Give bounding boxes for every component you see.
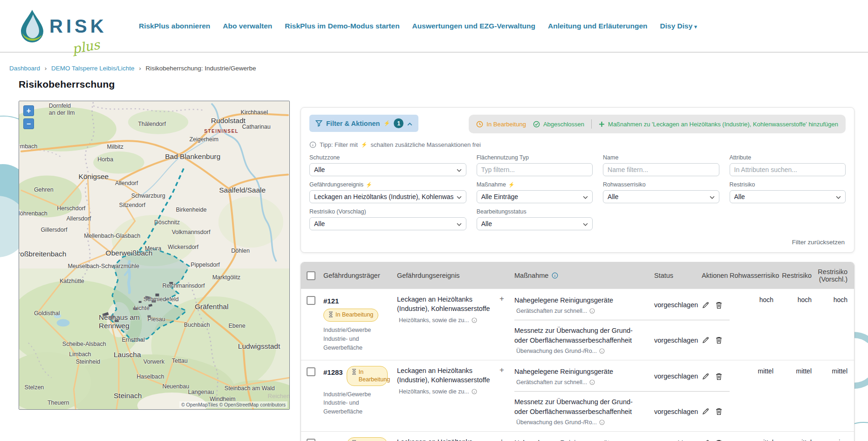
map-attribution[interactable]: © OpenMapTiles © OpenStreetMap contribut… [179, 401, 287, 408]
nav-abo-verwalten[interactable]: Abo verwalten [223, 22, 272, 30]
breadcrumb-dashboard[interactable]: Dashboard [9, 65, 40, 72]
map-place-label: Lichte [134, 305, 150, 312]
map-place-label: Allendorf [115, 180, 138, 187]
expand-plus-icon[interactable]: + [499, 437, 504, 441]
map-zoom-controls: + − [23, 105, 34, 129]
filter-reset-link[interactable]: Filter zurücksetzen [309, 239, 846, 246]
map-place-label: Limbach [69, 351, 91, 358]
row-checkbox[interactable] [307, 296, 315, 305]
restrisiko-value: hoch [776, 295, 814, 360]
filter-field-schutzzone: Schutzzone Alle [309, 154, 466, 176]
map-place-label: Döschnitz [154, 219, 180, 226]
filter-field-rohwasserrisiko: Rohwasserrisiko Alle [603, 181, 719, 203]
restrisiko-vorschlag-select[interactable]: Alle [309, 217, 466, 230]
map-place-label: Schmiedefeld [144, 296, 179, 303]
zoom-in-button[interactable]: + [23, 105, 34, 116]
breadcrumb-talsperre[interactable]: DEMO Talsperre Leibis/Lichte [51, 65, 134, 72]
filter-panel: Filter & Aktionen ⚡ 1 In Bearbeitung [301, 107, 854, 253]
riskplus-logo[interactable]: RISK plus [19, 9, 112, 43]
restrisiko-select[interactable]: Alle [730, 190, 846, 203]
hourglass-icon [328, 311, 333, 319]
name-input[interactable] [603, 163, 719, 176]
map-place-label: Döhlen [231, 248, 250, 255]
info-icon[interactable] [472, 317, 477, 323]
map-place-label: Rudolstadt [211, 117, 246, 125]
flaechennutzung-input[interactable] [477, 163, 593, 176]
add-measure-button[interactable]: Maßnahmen zu 'Leckagen an Heizöltanks (I… [599, 121, 838, 128]
water-drop-icon [19, 9, 46, 43]
delete-icon[interactable] [715, 439, 723, 441]
delete-icon[interactable] [715, 336, 723, 344]
info-icon[interactable] [599, 420, 605, 425]
edit-icon[interactable] [702, 336, 710, 344]
rohwasserrisiko-value: hoch [730, 295, 776, 360]
nav-anleitung[interactable]: Anleitung und Erläuterungen [548, 22, 648, 30]
chevron-down-icon [583, 193, 588, 200]
info-icon[interactable] [589, 308, 595, 314]
expand-plus-icon[interactable]: + [499, 366, 504, 374]
measure-row: Nahegelegene Reinigungsgeräte Gerätschaf… [514, 366, 730, 391]
check-circle-icon [533, 121, 540, 128]
map-place-label: Piesau [148, 316, 165, 323]
map-place-label: Marktgölitz [212, 274, 240, 281]
rohwasserrisiko-select[interactable]: Alle [603, 190, 719, 203]
map-place-label: Dornfeld an der Ilm [49, 103, 75, 117]
zoom-out-button[interactable]: − [23, 118, 34, 129]
map-place-label: Goldisthal [34, 310, 60, 317]
filter-toggle-label: Filter & Aktionen [326, 120, 380, 127]
row-checkbox[interactable] [307, 439, 315, 441]
map-place-label: Königsee [79, 172, 109, 181]
hazard-id: #121 [323, 297, 339, 305]
map-place-label: mbach [20, 143, 38, 150]
nav-auswertungen[interactable]: Auswertungen und EZG-Verwaltung [412, 22, 535, 30]
measure-title: Nahegelegene Reinigungsgeräte [514, 367, 654, 377]
map[interactable]: Dornfeld an der IlmmbachThälendorfKirchh… [19, 101, 290, 410]
col-header-restrisiko: Restrisiko [776, 272, 814, 279]
edit-icon[interactable] [702, 372, 710, 380]
lightning-icon: ⚡ [383, 120, 390, 126]
map-place-label: Horba [97, 156, 113, 163]
measure-title: Nahegelegene Reinigungsgeräte [514, 296, 654, 305]
chevron-down-icon [457, 166, 462, 173]
in-bearbeitung-button[interactable]: In Bearbeitung [476, 121, 526, 128]
nav-user-menu[interactable]: Disy Disy▾ [660, 22, 697, 30]
row-checkbox[interactable] [307, 367, 315, 376]
col-header-ereignis: Gefährdungsereignis [397, 272, 514, 279]
filter-field-attribute: Attribute [730, 154, 846, 176]
bearbeitungsstatus-select[interactable]: Alle [477, 217, 593, 230]
info-icon[interactable] [552, 272, 558, 279]
nav-demo-modus[interactable]: RiskPlus im Demo-Modus starten [285, 22, 399, 30]
attribute-input[interactable] [730, 163, 846, 176]
hazard-category: Industrie/Gewerbe Industrie- und Gewerbe… [323, 390, 397, 416]
hazard-event-cell: Leckagen an Heizöltanks + [397, 437, 514, 441]
lightning-icon: ⚡ [508, 182, 515, 188]
col-header-traeger: Gefährdungsträger [323, 272, 397, 279]
map-place-label: Zeigerheim [189, 136, 219, 143]
map-place-label: Wickersdorf [168, 244, 198, 251]
schutzzone-select[interactable]: Alle [309, 163, 466, 176]
gefaehrdungsereignis-select[interactable]: Leckagen an Heizöltanks (Industrie), Koh… [309, 190, 466, 203]
map-place-label: Buchbach [184, 322, 210, 329]
info-icon[interactable] [589, 379, 595, 385]
abgeschlossen-button[interactable]: Abgeschlossen [533, 121, 584, 128]
map-place-label: Gehren [34, 186, 54, 193]
status-badge: In Bearbeitung [347, 366, 388, 386]
filter-toggle-button[interactable]: Filter & Aktionen ⚡ 1 [309, 115, 418, 132]
info-icon[interactable] [599, 348, 605, 354]
delete-icon[interactable] [715, 407, 723, 415]
nav-riskplus-abonnieren[interactable]: RiskPlus abonnieren [139, 22, 210, 30]
delete-icon[interactable] [715, 372, 723, 380]
info-icon[interactable] [472, 389, 477, 394]
edit-icon[interactable] [702, 407, 710, 415]
map-place-label: Meuselbach-Schwarzmühle [68, 263, 139, 270]
massnahme-select[interactable]: Alle Einträge [477, 190, 593, 203]
filter-count-badge: 1 [394, 118, 403, 128]
edit-icon[interactable] [702, 301, 710, 309]
select-all-checkbox[interactable] [307, 271, 315, 280]
expand-plus-icon[interactable]: + [499, 295, 504, 303]
delete-icon[interactable] [715, 301, 723, 309]
map-place-label: Steinheid [76, 358, 100, 365]
edit-icon[interactable] [702, 439, 710, 441]
chevron-down-icon [457, 193, 462, 200]
map-place-label: Ebene [229, 323, 246, 330]
